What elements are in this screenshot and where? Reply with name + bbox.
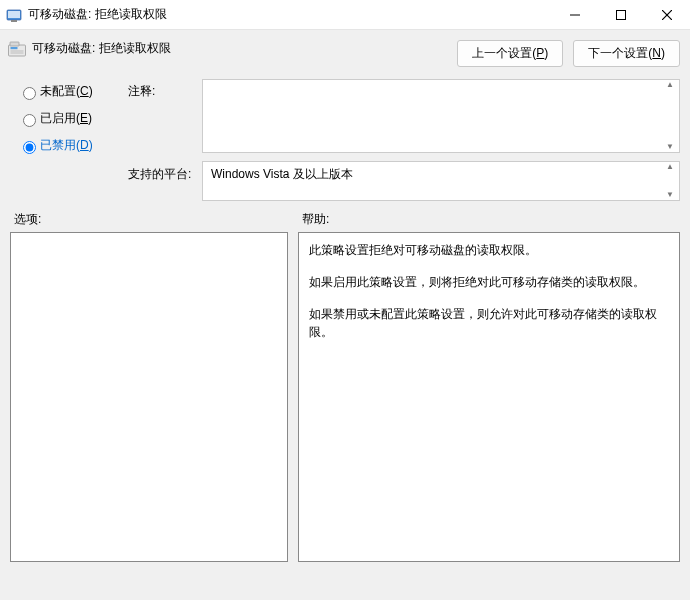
- comment-label: 注释:: [128, 83, 194, 100]
- help-label: 帮助:: [298, 211, 680, 228]
- title-bar: 可移动磁盘: 拒绝读取权限: [0, 0, 690, 30]
- window-title: 可移动磁盘: 拒绝读取权限: [28, 6, 552, 23]
- svg-rect-8: [10, 42, 19, 46]
- svg-rect-1: [8, 11, 20, 18]
- svg-rect-9: [11, 47, 18, 49]
- minimize-button[interactable]: [552, 0, 598, 29]
- up-arrow-icon[interactable]: ▲: [663, 163, 677, 171]
- close-button[interactable]: [644, 0, 690, 29]
- state-radio-group: 未配置(C) 已启用(E) 已禁用(D): [10, 79, 120, 201]
- up-arrow-icon[interactable]: ▲: [663, 81, 677, 89]
- app-icon: [6, 7, 22, 23]
- radio-not-configured[interactable]: 未配置(C): [18, 83, 120, 100]
- options-pane: [10, 232, 288, 562]
- comment-field[interactable]: ▲ ▼: [202, 79, 680, 153]
- pane-labels: 选项: 帮助:: [0, 207, 690, 232]
- supported-scroll[interactable]: ▲ ▼: [663, 163, 677, 199]
- radio-enabled[interactable]: 已启用(E): [18, 110, 120, 127]
- maximize-button[interactable]: [598, 0, 644, 29]
- panes: 此策略设置拒绝对可移动磁盘的读取权限。 如果启用此策略设置，则将拒绝对此可移动存…: [0, 232, 690, 572]
- help-paragraph: 如果禁用或未配置此策略设置，则允许对此可移动存储类的读取权限。: [309, 305, 669, 341]
- help-paragraph: 此策略设置拒绝对可移动磁盘的读取权限。: [309, 241, 669, 259]
- radio-enabled-input[interactable]: [23, 114, 36, 127]
- help-pane: 此策略设置拒绝对可移动磁盘的读取权限。 如果启用此策略设置，则将拒绝对此可移动存…: [298, 232, 680, 562]
- radio-disabled[interactable]: 已禁用(D): [18, 137, 120, 154]
- previous-setting-button[interactable]: 上一个设置(P): [457, 40, 563, 67]
- supported-label: 支持的平台:: [128, 166, 194, 183]
- radio-not-configured-input[interactable]: [23, 87, 36, 100]
- down-arrow-icon[interactable]: ▼: [663, 143, 677, 151]
- comment-scroll[interactable]: ▲ ▼: [663, 81, 677, 151]
- svg-rect-4: [617, 10, 626, 19]
- svg-rect-10: [11, 50, 24, 51]
- supported-value: Windows Vista 及以上版本: [211, 167, 353, 181]
- policy-header: 可移动磁盘: 拒绝读取权限 上一个设置(P) 下一个设置(N): [0, 30, 690, 67]
- svg-rect-2: [11, 20, 17, 22]
- next-setting-button[interactable]: 下一个设置(N): [573, 40, 680, 67]
- policy-icon: [8, 41, 26, 57]
- config-section: 未配置(C) 已启用(E) 已禁用(D) 注释: 支持的平台: ▲ ▼ Wind…: [0, 67, 690, 207]
- help-paragraph: 如果启用此策略设置，则将拒绝对此可移动存储类的读取权限。: [309, 273, 669, 291]
- down-arrow-icon[interactable]: ▼: [663, 191, 677, 199]
- policy-title: 可移动磁盘: 拒绝读取权限: [32, 40, 171, 57]
- options-label: 选项:: [10, 211, 298, 228]
- field-labels: 注释: 支持的平台:: [128, 79, 194, 201]
- window-controls: [552, 0, 690, 29]
- supported-field: Windows Vista 及以上版本 ▲ ▼: [202, 161, 680, 201]
- svg-rect-11: [11, 52, 24, 53]
- radio-disabled-input[interactable]: [23, 141, 36, 154]
